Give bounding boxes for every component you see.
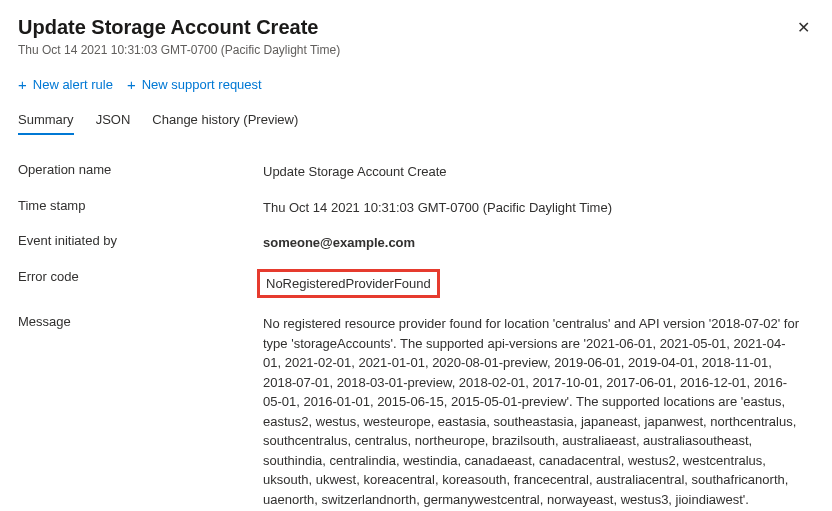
- tab-change-history[interactable]: Change history (Preview): [152, 112, 298, 135]
- tabs: Summary JSON Change history (Preview): [18, 112, 814, 136]
- message-label: Message: [18, 314, 263, 329]
- page-subtitle: Thu Oct 14 2021 10:31:03 GMT-0700 (Pacif…: [18, 43, 340, 57]
- message-value: No registered resource provider found fo…: [263, 314, 803, 509]
- row-error-code: Error code NoRegisteredProviderFound: [18, 261, 814, 307]
- tab-json[interactable]: JSON: [96, 112, 131, 135]
- plus-icon: +: [18, 77, 27, 92]
- time-stamp-value: Thu Oct 14 2021 10:31:03 GMT-0700 (Pacif…: [263, 198, 612, 218]
- error-code-value-wrapper: NoRegisteredProviderFound: [263, 269, 440, 299]
- row-message: Message No registered resource provider …: [18, 306, 814, 511]
- new-alert-rule-label: New alert rule: [33, 77, 113, 92]
- event-initiated-by-value: someone@example.com: [263, 233, 415, 253]
- row-operation-name: Operation name Update Storage Account Cr…: [18, 154, 814, 190]
- new-alert-rule-button[interactable]: + New alert rule: [18, 77, 113, 92]
- new-support-request-button[interactable]: + New support request: [127, 77, 262, 92]
- page-title: Update Storage Account Create: [18, 16, 340, 39]
- event-initiated-by-label: Event initiated by: [18, 233, 263, 248]
- error-code-label: Error code: [18, 269, 263, 284]
- close-button[interactable]: ✕: [793, 16, 814, 40]
- tab-summary[interactable]: Summary: [18, 112, 74, 135]
- plus-icon: +: [127, 77, 136, 92]
- new-support-request-label: New support request: [142, 77, 262, 92]
- error-code-value: NoRegisteredProviderFound: [266, 276, 431, 291]
- error-code-highlight: NoRegisteredProviderFound: [257, 269, 440, 299]
- operation-name-value: Update Storage Account Create: [263, 162, 447, 182]
- toolbar: + New alert rule + New support request: [18, 77, 814, 92]
- close-icon: ✕: [797, 19, 810, 36]
- details-panel: Operation name Update Storage Account Cr…: [18, 154, 814, 511]
- row-time-stamp: Time stamp Thu Oct 14 2021 10:31:03 GMT-…: [18, 190, 814, 226]
- operation-name-label: Operation name: [18, 162, 263, 177]
- time-stamp-label: Time stamp: [18, 198, 263, 213]
- row-event-initiated-by: Event initiated by someone@example.com: [18, 225, 814, 261]
